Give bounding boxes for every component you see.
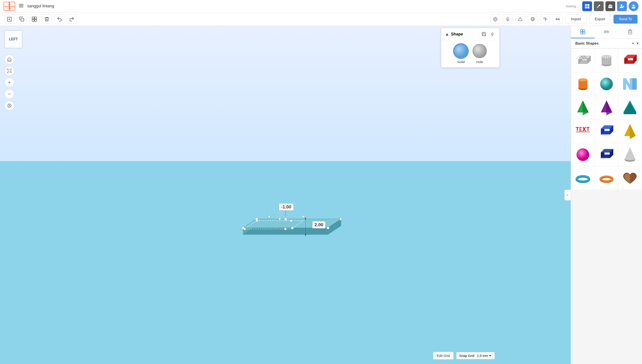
shape-view-button[interactable]: [515, 14, 525, 24]
shape-thumb-shape-n[interactable]: [618, 72, 641, 96]
svg-rect-11: [587, 4, 589, 6]
svg-rect-57: [327, 227, 329, 229]
svg-marker-38: [518, 17, 522, 21]
svg-rect-59: [285, 218, 287, 220]
camera-view-button[interactable]: [490, 14, 500, 24]
tools-button[interactable]: [594, 1, 604, 11]
grid-floor: [0, 161, 571, 364]
svg-rect-88: [629, 30, 632, 34]
fit-view-button[interactable]: [5, 66, 14, 76]
shape-panel-light-button[interactable]: [489, 31, 496, 38]
shape-thumb-pyramid-yellow[interactable]: [618, 120, 641, 143]
svg-rect-126: [577, 128, 578, 131]
zoom-out-button[interactable]: −: [5, 89, 14, 99]
svg-rect-80: [583, 30, 585, 32]
add-user-button[interactable]: [617, 1, 627, 11]
svg-point-142: [577, 148, 589, 161]
svg-rect-125: [576, 127, 579, 128]
send-to-button[interactable]: Send To: [613, 15, 637, 24]
shape-thumb-cylinder-gray[interactable]: [595, 49, 618, 72]
shape-thumb-box-stripes[interactable]: [571, 49, 594, 72]
svg-rect-27: [32, 20, 34, 22]
shape-thumb-pyramid-purple[interactable]: [595, 96, 618, 119]
left-controls: LEFT + −: [5, 30, 22, 110]
group-button[interactable]: [30, 14, 39, 24]
svg-rect-130: [579, 127, 580, 131]
shape-panel-collapse-button[interactable]: ▲: [445, 32, 449, 37]
export-button[interactable]: Export: [589, 15, 610, 24]
solid-option[interactable]: Solid: [454, 44, 468, 64]
shape-thumb-torus-teal[interactable]: [571, 166, 594, 190]
svg-rect-68: [284, 228, 286, 230]
svg-rect-81: [580, 32, 582, 34]
svg-rect-67: [279, 218, 281, 220]
viewport[interactable]: LEFT + −: [0, 26, 571, 364]
delete-button[interactable]: [42, 14, 52, 24]
shape-thumb-sphere-pink[interactable]: [571, 143, 594, 166]
snap-grid-control: Snap Grid 1.0 mm 0.5 mm 2.0 mm: [456, 352, 495, 359]
shape-thumb-prism-teal[interactable]: [618, 96, 641, 119]
shape-thumb-shape-brown[interactable]: [618, 166, 641, 190]
shape-thumb-pyramid-green[interactable]: [571, 96, 594, 119]
profile-button[interactable]: [629, 1, 638, 11]
svg-rect-66: [268, 216, 270, 218]
import-button[interactable]: Import: [565, 15, 586, 24]
view-cube[interactable]: LEFT: [5, 30, 22, 48]
bottombar: Edit Grid Snap Grid 1.0 mm 0.5 mm 2.0 mm: [433, 352, 495, 360]
wireframe-button[interactable]: [528, 14, 538, 24]
3d-view-button[interactable]: [582, 1, 592, 11]
toolbar: Import Export Send To: [0, 12, 642, 26]
copy-button[interactable]: [17, 14, 27, 24]
flip-button[interactable]: [553, 14, 563, 24]
shape-thumb-sphere-teal[interactable]: [595, 72, 618, 96]
shape-thumb-cube-blue[interactable]: [595, 120, 618, 143]
svg-rect-83: [604, 31, 608, 33]
right-sidebar: Basic Shapes Featured Shape Generators G…: [571, 26, 642, 364]
shape-thumb-cube-navy[interactable]: [595, 143, 618, 166]
svg-point-20: [633, 5, 634, 6]
hole-label: Hole: [476, 60, 483, 64]
nav-menu-button[interactable]: [18, 2, 25, 10]
shapes-category-select[interactable]: Basic Shapes Featured Shape Generators G…: [574, 41, 635, 46]
svg-rect-8: [19, 5, 24, 6]
svg-rect-79: [580, 30, 582, 32]
svg-marker-73: [305, 217, 306, 219]
shape-panel-title: Shape: [451, 32, 479, 36]
zoom-in-button[interactable]: +: [5, 78, 14, 88]
sidebar-nav-ruler-button[interactable]: [594, 26, 618, 38]
svg-rect-26: [35, 17, 37, 19]
project-name-text: sanggul lintang: [27, 4, 54, 8]
undo-button[interactable]: [55, 14, 64, 24]
svg-text:KER: KER: [8, 8, 11, 9]
shape-thumb-cylinder-orange[interactable]: [571, 72, 594, 96]
light-button[interactable]: [503, 14, 513, 24]
new-button[interactable]: [5, 14, 14, 24]
3d-object-area[interactable]: -1.00 2.00: [230, 203, 341, 239]
shape-thumb-cone-gray[interactable]: [618, 143, 641, 166]
svg-rect-13: [587, 6, 589, 8]
sidebar-nav-grid-button[interactable]: [571, 26, 594, 38]
toolbar-right: Import Export Send To: [490, 14, 637, 24]
svg-rect-24: [21, 18, 24, 21]
sidebar-nav-clipboard-button[interactable]: [618, 26, 642, 38]
sidebar-collapse-button[interactable]: ›: [564, 190, 571, 200]
home-view-button[interactable]: [5, 54, 14, 64]
snap-grid-select[interactable]: 1.0 mm 0.5 mm 2.0 mm: [476, 354, 492, 358]
shape-panel: ▲ Shape: [441, 28, 499, 67]
shape-panel-body: Solid Hole: [441, 40, 499, 67]
shape-panel-save-button[interactable]: [480, 31, 487, 38]
projects-button[interactable]: [605, 1, 615, 11]
svg-point-78: [491, 33, 493, 34]
svg-point-37: [507, 18, 509, 20]
snap-grid-label: Snap Grid: [459, 354, 474, 358]
shape-thumb-cube-red[interactable]: [618, 49, 641, 72]
shape-thumb-text-3d[interactable]: [571, 120, 594, 143]
redo-button[interactable]: [67, 14, 77, 24]
align-button[interactable]: [540, 14, 550, 24]
shape-thumb-torus-orange[interactable]: [595, 166, 618, 190]
hole-option[interactable]: Hole: [472, 44, 487, 64]
edit-grid-button[interactable]: Edit Grid: [433, 352, 454, 360]
hole-circle: [472, 44, 487, 58]
svg-rect-44: [545, 19, 547, 20]
shapes-library-button[interactable]: [5, 101, 14, 110]
